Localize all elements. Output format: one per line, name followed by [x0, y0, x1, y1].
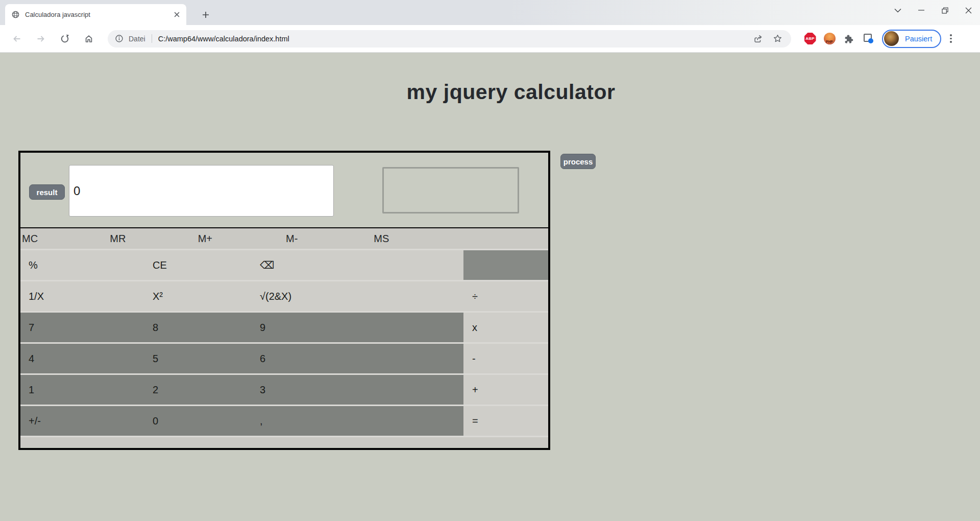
key-5[interactable]: 5	[144, 344, 252, 373]
key-empty	[354, 344, 463, 373]
process-button[interactable]: process	[560, 154, 596, 169]
key-plus[interactable]: +	[463, 375, 548, 405]
key-row: +/- 0 , =	[20, 405, 548, 436]
key-square-root[interactable]: √(2&X)	[252, 281, 354, 311]
key-percent[interactable]: %	[20, 250, 144, 280]
key-memory-recall[interactable]: MR	[108, 233, 196, 245]
key-memory-store[interactable]: MS	[372, 233, 460, 245]
browser-tab[interactable]: Calculadora javascript	[5, 4, 186, 25]
key-3[interactable]: 3	[252, 375, 354, 405]
globe-favicon-icon	[11, 10, 20, 19]
key-empty	[354, 313, 463, 342]
key-4[interactable]: 4	[20, 344, 144, 373]
tab-search-chevron-icon[interactable]	[886, 0, 910, 20]
key-1[interactable]: 1	[20, 375, 144, 405]
reload-icon[interactable]	[56, 30, 74, 48]
key-memory-add[interactable]: M+	[197, 233, 284, 245]
key-comma[interactable]: ,	[252, 406, 354, 436]
url-scheme-label: Datei	[129, 35, 145, 43]
calculator: result MC MR M+ M- MS % CE ⌫ 1/X X² √(2&…	[18, 151, 550, 450]
key-minus[interactable]: -	[463, 344, 548, 373]
key-row: 1/X X² √(2&X) ÷	[20, 280, 548, 311]
key-6[interactable]: 6	[252, 344, 354, 373]
key-row: 7 8 9 x	[20, 311, 548, 342]
key-7[interactable]: 7	[20, 313, 144, 342]
forward-icon[interactable]	[32, 30, 50, 48]
profile-status-label: Pausiert	[905, 35, 932, 43]
restore-button[interactable]	[933, 0, 957, 20]
key-empty	[354, 406, 463, 436]
key-clear-entry[interactable]: CE	[144, 250, 252, 280]
page-info-icon[interactable]	[115, 34, 124, 43]
key-plus-minus[interactable]: +/-	[20, 406, 144, 436]
key-2[interactable]: 2	[144, 375, 252, 405]
window-controls	[886, 0, 980, 20]
key-empty	[354, 281, 463, 311]
key-8[interactable]: 8	[144, 313, 252, 342]
url-text: C:/wamp64/www/calculadora/index.html	[158, 35, 746, 43]
key-row: 1 2 3 +	[20, 373, 548, 405]
result-input[interactable]	[69, 165, 334, 217]
php-extension-icon[interactable]: PHP	[822, 31, 837, 46]
key-row: 4 5 6 -	[20, 342, 548, 373]
key-row: % CE ⌫	[20, 249, 548, 280]
key-multiply[interactable]: x	[463, 313, 548, 342]
bookmark-star-icon[interactable]	[770, 31, 785, 46]
new-tab-button[interactable]	[199, 8, 213, 22]
minimize-button[interactable]	[910, 0, 933, 20]
key-0[interactable]: 0	[144, 406, 252, 436]
key-reciprocal[interactable]: 1/X	[20, 281, 144, 311]
key-memory-clear[interactable]: MC	[20, 233, 108, 245]
share-icon[interactable]	[750, 31, 766, 46]
key-memory-subtract[interactable]: M-	[284, 233, 372, 245]
calculator-display-section: result	[20, 153, 548, 228]
key-empty-dark	[463, 250, 548, 280]
key-empty	[354, 250, 463, 280]
tab-title: Calculadora javascript	[25, 11, 172, 18]
tab-close-icon[interactable]	[172, 10, 181, 19]
page-title: my jquery calculator	[21, 80, 980, 104]
profile-chip[interactable]: Pausiert	[882, 30, 941, 48]
extensions-puzzle-icon[interactable]	[841, 31, 856, 46]
url-divider	[152, 34, 152, 43]
key-empty	[354, 375, 463, 405]
tab-strip: Calculadora javascript	[0, 0, 980, 25]
key-backspace[interactable]: ⌫	[252, 250, 354, 280]
browser-menu-icon[interactable]	[946, 33, 955, 44]
key-9[interactable]: 9	[252, 313, 354, 342]
adblock-extension-icon[interactable]: ABP	[802, 31, 818, 46]
extensions-area: ABP PHP	[798, 31, 876, 46]
back-icon[interactable]	[8, 30, 26, 48]
key-equals[interactable]: =	[463, 406, 548, 436]
address-bar[interactable]: Datei C:/wamp64/www/calculadora/index.ht…	[108, 30, 791, 48]
sidebar-extension-icon[interactable]	[861, 31, 876, 46]
key-square[interactable]: X²	[144, 281, 252, 311]
profile-avatar	[884, 31, 899, 46]
web-page: my jquery calculator result MC MR M+ M- …	[0, 53, 980, 521]
memory-key-row: MC MR M+ M- MS	[20, 228, 548, 249]
calculator-footer-spacer	[20, 436, 548, 447]
browser-toolbar: Datei C:/wamp64/www/calculadora/index.ht…	[0, 25, 980, 53]
result-button[interactable]: result	[29, 184, 65, 200]
home-icon[interactable]	[80, 30, 97, 48]
close-window-button[interactable]	[957, 0, 980, 20]
key-divide[interactable]: ÷	[463, 281, 548, 311]
memory-display-box	[382, 167, 519, 214]
